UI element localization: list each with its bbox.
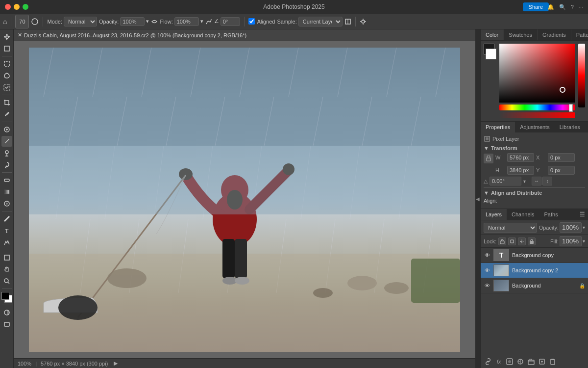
fill-input[interactable]	[560, 236, 582, 246]
home-icon[interactable]: ⌂	[3, 18, 7, 26]
status-arrow-icon[interactable]: ▶	[114, 360, 118, 367]
lock-artboard-btn[interactable]	[508, 237, 516, 245]
smoothing-btn[interactable]	[205, 18, 212, 25]
layer-item-bg-copy[interactable]: 👁 T Background copy	[481, 248, 588, 263]
healing-tool[interactable]	[1, 124, 12, 135]
tab-patterns[interactable]: Patterns	[571, 29, 588, 40]
eyedropper-tool[interactable]	[1, 109, 12, 120]
gradient-tool[interactable]	[1, 186, 12, 197]
quick-mask-tool[interactable]	[1, 307, 12, 318]
tab-swatches[interactable]: Swatches	[504, 29, 538, 40]
bell-icon[interactable]: 🔔	[547, 4, 554, 10]
layers-adjustment-btn[interactable]	[516, 357, 525, 366]
clone-stamp-tool[interactable]	[1, 148, 12, 158]
brush-type-btn[interactable]	[31, 18, 39, 26]
layers-fx-btn[interactable]: fx	[494, 357, 503, 366]
layers-new-btn[interactable]	[538, 357, 546, 366]
layer-item-background[interactable]: 👁 Background 🔒	[481, 278, 588, 293]
flip-v-btn[interactable]: ↕	[542, 177, 552, 185]
move-tool[interactable]	[1, 31, 12, 42]
layers-options[interactable]: ☰	[580, 209, 588, 220]
layer-item-bg-copy2[interactable]: 👁 Background copy 2	[481, 263, 588, 278]
h-input[interactable]: 3840 px	[507, 166, 534, 175]
zoom-tool[interactable]	[1, 276, 12, 287]
lock-all-btn[interactable]	[528, 237, 536, 245]
opacity-layer-input[interactable]	[560, 222, 582, 233]
object-selection-tool[interactable]	[1, 82, 12, 93]
flow-dropdown-icon[interactable]: ▾	[200, 18, 203, 25]
w-input[interactable]: 5760 px	[507, 153, 534, 162]
angle-dropdown[interactable]: ▾	[523, 179, 526, 184]
x-input[interactable]: 0 px	[548, 153, 575, 162]
transform-section-title[interactable]: ▼ Transform	[484, 145, 585, 151]
maximize-button[interactable]	[23, 4, 28, 10]
layers-mask-btn[interactable]	[505, 357, 514, 366]
canvas-container[interactable]	[14, 41, 475, 358]
pressure-btn[interactable]	[151, 18, 158, 25]
angle-input[interactable]: 0°	[220, 17, 240, 26]
eraser-tool[interactable]	[1, 175, 12, 185]
sample-select[interactable]: Current Layer All Layers	[298, 17, 343, 26]
lasso-tool[interactable]	[1, 70, 12, 81]
tab-paths[interactable]: Paths	[539, 209, 563, 220]
layers-menu-icon[interactable]: ☰	[580, 211, 585, 218]
path-selection-tool[interactable]	[1, 237, 12, 248]
tab-gradients[interactable]: Gradients	[538, 29, 571, 40]
pen-tool[interactable]	[1, 213, 12, 224]
close-button[interactable]	[5, 4, 11, 10]
background-color[interactable]	[486, 49, 496, 59]
tab-channels[interactable]: Channels	[507, 209, 539, 220]
alpha-slider[interactable]	[499, 112, 575, 118]
panel-collapse-btn[interactable]: ◀	[475, 29, 480, 368]
align-distribute-title[interactable]: ▼ Align and Distribute	[484, 190, 585, 196]
crop-tool[interactable]	[1, 97, 12, 108]
lock-pixels-btn[interactable]	[498, 237, 506, 245]
layers-link-btn[interactable]	[484, 357, 492, 366]
question-icon[interactable]: ?	[571, 4, 574, 10]
more-icon[interactable]: ···	[579, 4, 583, 10]
settings-icon-btn[interactable]	[360, 18, 367, 25]
flow-input[interactable]: 100%	[174, 17, 199, 26]
opacity-input[interactable]: 100%	[120, 17, 145, 26]
layer-visibility-bg-copy[interactable]: 👁	[484, 252, 490, 258]
aligned-checkbox[interactable]	[248, 18, 255, 25]
angle-transform-input[interactable]: 0.00°	[490, 177, 521, 185]
color-spectrum[interactable]	[499, 44, 575, 103]
minimize-button[interactable]	[14, 4, 20, 10]
color-swatches[interactable]	[1, 292, 12, 303]
layer-visibility-bg-copy2[interactable]: 👁	[484, 267, 490, 273]
tab-properties[interactable]: Properties	[481, 122, 515, 132]
sample-all-btn[interactable]	[344, 18, 351, 25]
value-slider[interactable]	[578, 44, 585, 107]
brush-preview[interactable]: 70	[15, 15, 29, 28]
marquee-tool[interactable]	[1, 58, 12, 69]
opacity-dropdown-icon[interactable]: ▾	[146, 18, 149, 25]
flip-h-btn[interactable]: ↔	[532, 177, 541, 185]
artboard-tool[interactable]	[1, 43, 12, 54]
foreground-color-swatch[interactable]	[1, 292, 9, 300]
tab-libraries[interactable]: Libraries	[555, 122, 585, 132]
text-tool[interactable]: T	[1, 225, 12, 236]
tab-adjustments[interactable]: Adjustments	[515, 122, 555, 132]
tab-color[interactable]: Color	[481, 29, 504, 40]
blur-tool[interactable]	[1, 198, 12, 209]
blend-mode-select[interactable]: Normal Multiply Screen Overlay	[484, 223, 537, 233]
hue-slider[interactable]	[499, 105, 575, 110]
brush-tool[interactable]	[1, 136, 12, 147]
share-button[interactable]: Share	[523, 2, 549, 11]
screen-mode-tool[interactable]	[1, 319, 12, 330]
y-input[interactable]: 0 px	[548, 166, 575, 175]
mode-select[interactable]: Normal Multiply Screen	[64, 17, 97, 26]
lock-move-btn[interactable]	[518, 237, 526, 245]
hand-tool[interactable]	[1, 264, 12, 275]
layer-visibility-background[interactable]: 👁	[484, 283, 490, 289]
tab-layers[interactable]: Layers	[481, 209, 507, 220]
transform-link-icon[interactable]	[484, 154, 493, 163]
canvas-close-icon[interactable]: ✕	[18, 32, 22, 38]
layers-group-btn[interactable]	[527, 357, 536, 366]
history-brush-tool[interactable]	[1, 159, 12, 170]
opacity-layer-dropdown[interactable]: ▾	[583, 225, 585, 230]
search-icon[interactable]: 🔍	[559, 4, 566, 10]
shape-tool[interactable]	[1, 252, 12, 263]
fill-dropdown[interactable]: ▾	[583, 238, 585, 244]
